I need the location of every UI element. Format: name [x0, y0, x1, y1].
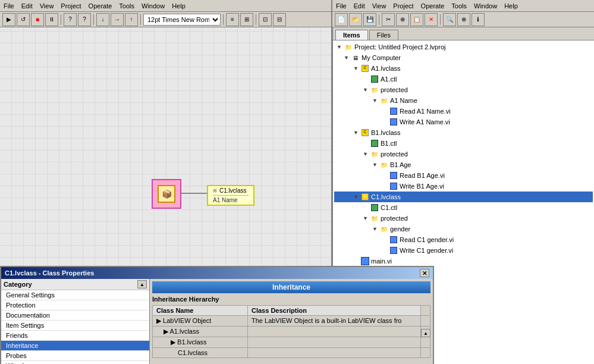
paste-btn[interactable]: 📋: [410, 13, 423, 26]
c1genderwrite-icon: [389, 246, 398, 255]
sidebar-item-wireappearance[interactable]: Wire Appearance: [1, 361, 149, 364]
tree-item-a1namewrite[interactable]: ▶ Write A1 Name.vi: [334, 117, 593, 127]
menu-window-left[interactable]: Window: [138, 1, 168, 11]
col-classname: Class Name: [153, 306, 248, 316]
tree-item-c1class[interactable]: ▼ C C1.lvclass: [334, 192, 593, 202]
step-out-btn[interactable]: ↑: [125, 13, 138, 26]
tree-item-c1genderread[interactable]: ▶ Read C1 gender.vi: [334, 234, 593, 245]
tree-item-a1nameread[interactable]: ▶ Read A1 Name.vi: [334, 106, 593, 117]
expand-b1protected[interactable]: ▼: [363, 151, 369, 157]
table-row-labviewobj[interactable]: ▶ LabVIEW Object The LabVIEW Object is a…: [153, 316, 430, 327]
sidebar-item-itemsettings[interactable]: Item Settings: [1, 321, 149, 331]
sidebar-item-probes[interactable]: Probes: [1, 351, 149, 361]
tree-item-b1agewrite[interactable]: ▶ Write B1 Age.vi: [334, 181, 593, 192]
help-btn[interactable]: ?: [64, 13, 77, 26]
menu-project-right[interactable]: Project: [389, 1, 417, 11]
tree-item-c1protected[interactable]: ▼ 📁 protected: [334, 213, 593, 224]
tree-item-c1genderwrite[interactable]: ▶ Write C1 gender.vi: [334, 245, 593, 256]
find-btn[interactable]: ⊕: [457, 13, 470, 26]
pause-btn[interactable]: ⏸: [45, 13, 58, 26]
save-btn[interactable]: 💾: [363, 13, 376, 26]
sidebar-scroll-up[interactable]: ▲: [137, 280, 147, 288]
run-cont-btn[interactable]: ↺: [17, 13, 30, 26]
menu-help-right[interactable]: Help: [501, 1, 521, 11]
tree-item-mainvi[interactable]: ▶ main.vi: [334, 256, 593, 266]
tree-item-a1class[interactable]: ▼ C A1.lvclass: [334, 63, 593, 74]
menu-file-left[interactable]: File: [0, 1, 18, 11]
menu-file-right[interactable]: File: [332, 1, 350, 11]
expand-b1class[interactable]: ▼: [353, 130, 359, 136]
menu-operate-left[interactable]: Operate: [85, 1, 116, 11]
delete-btn[interactable]: ✕: [425, 13, 438, 26]
expand-c1gender[interactable]: ▼: [372, 226, 378, 232]
menu-tools-right[interactable]: Tools: [448, 1, 470, 11]
tree-item-b1ctl[interactable]: ▶ B1.ctl: [334, 138, 593, 149]
tree-item-c1gender[interactable]: ▼ 📁 gender: [334, 224, 593, 234]
tree-item-b1age[interactable]: ▼ 📁 B1 Age: [334, 159, 593, 170]
new-vi-btn[interactable]: 📄: [335, 13, 348, 26]
menu-project-left[interactable]: Project: [57, 1, 84, 11]
class-block[interactable]: ⊞ C1.lvclass A1 Name: [207, 185, 254, 206]
resize-btn[interactable]: ⊡: [259, 13, 272, 26]
expand-c1protected[interactable]: ▼: [363, 215, 369, 221]
tree-item-a1protected[interactable]: ▼ 📁 protected: [334, 84, 593, 95]
expand-b1[interactable]: ▶: [171, 338, 177, 346]
align-btn[interactable]: ≡: [226, 13, 239, 26]
expand-a1[interactable]: ▶: [164, 328, 169, 335]
font-selector[interactable]: 12pt Times New Roman: [143, 14, 221, 26]
run-btn[interactable]: ▶: [2, 13, 15, 26]
menu-edit-right[interactable]: Edit: [350, 1, 369, 11]
menu-view-right[interactable]: View: [369, 1, 390, 11]
info-btn[interactable]: ℹ: [472, 13, 485, 26]
expand-a1name[interactable]: ▼: [372, 98, 378, 103]
expand-mycomputer[interactable]: ▼: [344, 55, 350, 61]
inheritance-title: Inheritance: [272, 283, 310, 291]
tree-item-c1ctl[interactable]: ▶ C1.ctl: [334, 202, 593, 213]
distribute-btn[interactable]: ⊞: [240, 13, 253, 26]
sidebar-item-protection[interactable]: Protection: [1, 300, 149, 310]
expand-a1class[interactable]: ▼: [353, 65, 359, 71]
sidebar-item-friends[interactable]: Friends: [1, 331, 149, 341]
cut-btn[interactable]: ✂: [382, 13, 395, 26]
tree-item-b1ageread[interactable]: ▶ Read B1 Age.vi: [334, 170, 593, 181]
menu-edit-left[interactable]: Edit: [18, 1, 36, 11]
open-btn[interactable]: 📂: [349, 13, 362, 26]
abort-btn[interactable]: ■: [31, 13, 44, 26]
dialog-close-button[interactable]: ✕: [420, 269, 429, 277]
menu-operate-right[interactable]: Operate: [417, 1, 448, 11]
class-properties-dialog: C1.lvclass - Class Properties ✕ Category…: [0, 266, 434, 364]
tree-label-a1class: A1.lvclass: [371, 65, 401, 72]
tree-item-root[interactable]: ▼ 📁 Project: Untitled Project 2.lvproj: [334, 42, 593, 52]
tree-item-b1class[interactable]: ▼ C B1.lvclass: [334, 127, 593, 138]
menu-window-right[interactable]: Window: [470, 1, 501, 11]
menu-help-left[interactable]: Help: [168, 1, 189, 11]
reorder-btn[interactable]: ⊟: [273, 13, 286, 26]
vi-block[interactable]: 📦: [152, 179, 181, 209]
ctx-help-btn[interactable]: ?: [78, 13, 91, 26]
sidebar-item-general[interactable]: General Settings: [1, 290, 149, 300]
sidebar-item-inheritance[interactable]: Inheritance: [1, 341, 149, 351]
tab-items[interactable]: Items: [335, 30, 368, 40]
expand-c1class[interactable]: ▼: [353, 194, 359, 200]
search-btn[interactable]: 🔍: [443, 13, 456, 26]
table-scroll-up-btn[interactable]: ▲: [421, 329, 430, 337]
tree-item-a1ctl[interactable]: ▶ A1.ctl: [334, 74, 593, 84]
expand-b1age[interactable]: ▼: [372, 162, 378, 168]
sidebar-item-documentation[interactable]: Documentation: [1, 310, 149, 321]
tree-item-a1name[interactable]: ▼ 📁 A1 Name: [334, 95, 593, 106]
step-over-btn[interactable]: →: [111, 13, 124, 26]
tab-files[interactable]: Files: [369, 30, 398, 40]
table-row-b1[interactable]: ▶ B1.lvclass: [153, 337, 430, 348]
tree-item-mycomputer[interactable]: ▼ 🖥 My Computer: [334, 52, 593, 63]
table-row-a1[interactable]: ▶ A1.lvclass: [153, 327, 430, 337]
table-row-c1[interactable]: C1.lvclass: [153, 348, 430, 358]
menu-tools-left[interactable]: Tools: [115, 1, 138, 11]
tree-item-b1protected[interactable]: ▼ 📁 protected: [334, 149, 593, 159]
expand-root[interactable]: ▼: [337, 44, 342, 50]
menu-view-left[interactable]: View: [36, 1, 58, 11]
expand-labviewobj[interactable]: ▶: [156, 317, 163, 324]
tree-label-b1ageread: Read B1 Age.vi: [400, 172, 445, 179]
step-into-btn[interactable]: ↓: [96, 13, 109, 26]
copy-btn[interactable]: ⊕: [396, 13, 409, 26]
expand-a1protected[interactable]: ▼: [363, 87, 369, 93]
